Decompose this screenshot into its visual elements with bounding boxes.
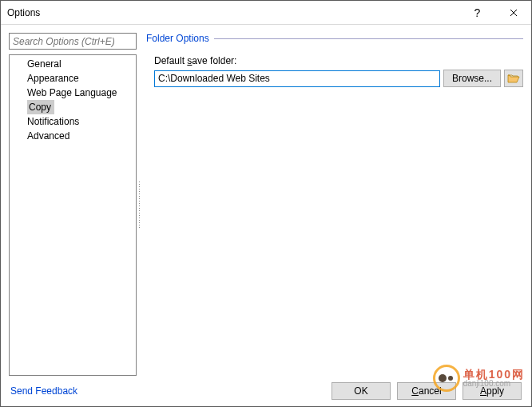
tree-item-notifications[interactable]: Notifications bbox=[10, 114, 136, 129]
help-button[interactable]: ? bbox=[459, 1, 495, 25]
send-feedback-link[interactable]: Send Feedback bbox=[10, 385, 77, 397]
save-folder-row: Browse... bbox=[146, 70, 523, 87]
tree-item-web-page-language[interactable]: Web Page Language bbox=[10, 86, 136, 100]
category-tree[interactable]: General Appearance Web Page Language Cop… bbox=[9, 54, 137, 376]
cancel-button[interactable]: Cancel bbox=[397, 382, 456, 400]
close-icon bbox=[510, 9, 518, 17]
open-folder-button[interactable] bbox=[504, 70, 523, 87]
save-folder-input[interactable] bbox=[154, 70, 440, 87]
splitter-grip-icon bbox=[139, 182, 140, 228]
search-input[interactable] bbox=[9, 33, 137, 50]
browse-button[interactable]: Browse... bbox=[443, 70, 501, 87]
tree-item-general[interactable]: General bbox=[10, 57, 136, 71]
ok-button[interactable]: OK bbox=[332, 382, 391, 400]
titlebar: Options ? bbox=[1, 1, 531, 25]
tree-item-appearance[interactable]: Appearance bbox=[10, 71, 136, 86]
folder-open-icon bbox=[507, 73, 520, 84]
group-divider bbox=[214, 38, 523, 39]
window-title: Options bbox=[7, 7, 459, 18]
apply-button[interactable]: Apply bbox=[463, 382, 522, 400]
tree-item-advanced[interactable]: Advanced bbox=[10, 129, 136, 143]
options-panel: Folder Options Default save folder: Brow… bbox=[141, 33, 523, 376]
tree-item-copy[interactable]: Copy bbox=[27, 100, 54, 114]
group-header: Folder Options bbox=[146, 33, 523, 44]
main-area: General Appearance Web Page Language Cop… bbox=[1, 25, 531, 376]
footer: Send Feedback OK Cancel Apply bbox=[1, 376, 531, 406]
group-title: Folder Options bbox=[146, 33, 209, 44]
close-button[interactable] bbox=[495, 1, 531, 25]
left-column: General Appearance Web Page Language Cop… bbox=[9, 33, 137, 376]
save-folder-label: Default save folder: bbox=[146, 55, 523, 66]
